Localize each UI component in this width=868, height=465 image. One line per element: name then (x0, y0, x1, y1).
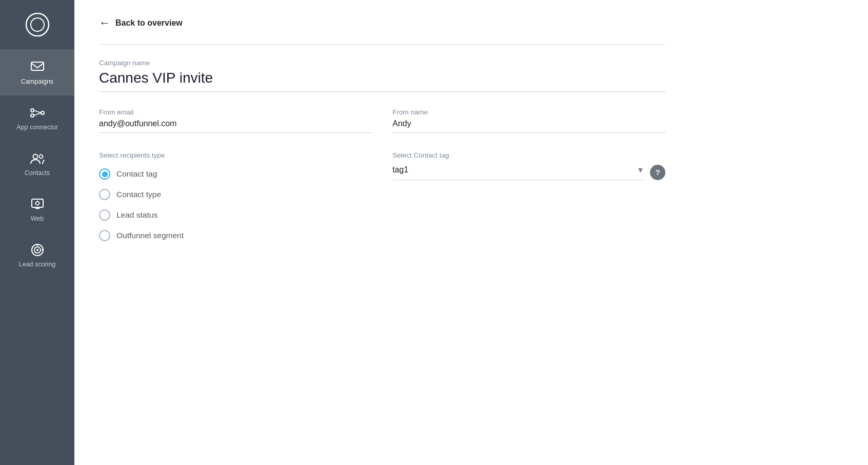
campaigns-icon (30, 60, 45, 74)
section-divider (99, 44, 665, 45)
web-icon (30, 197, 45, 211)
sidebar-item-web[interactable]: Web (0, 187, 74, 232)
sidebar-item-app-connector-label: App connector (16, 124, 58, 131)
sidebar-item-campaigns[interactable]: Campaigns (0, 50, 74, 95)
sidebar-item-lead-scoring[interactable]: Lead scoring (0, 232, 74, 278)
sidebar-item-lead-scoring-label: Lead scoring (19, 261, 56, 268)
campaign-name-label: Campaign name (99, 59, 665, 67)
sidebar: Campaigns App connector Contacts (0, 0, 74, 465)
radio-contact-tag[interactable]: Contact tag (99, 168, 372, 180)
recipients-type-group: Select recipients type Contact tag Conta… (99, 151, 372, 241)
sidebar-item-contacts-label: Contacts (25, 169, 50, 177)
back-button-label: Back to overview (115, 18, 183, 28)
app-connector-icon (30, 106, 45, 120)
radio-lead-status-circle (99, 209, 110, 221)
svg-point-1 (31, 18, 44, 31)
contact-tag-row: tag1 ▾ ? (392, 164, 665, 180)
radio-contact-type-circle (99, 189, 110, 200)
help-icon: ? (655, 168, 660, 177)
contact-tag-section: Select Contact tag tag1 ▾ ? (392, 151, 665, 180)
from-email-label: From email (99, 108, 372, 116)
help-button[interactable]: ? (650, 165, 665, 180)
recipients-section: Select recipients type Contact tag Conta… (99, 151, 665, 241)
svg-rect-10 (32, 199, 43, 207)
radio-contact-type-label: Contact type (116, 190, 161, 199)
contact-tag-label: Select Contact tag (392, 151, 665, 159)
svg-point-8 (33, 154, 37, 159)
radio-lead-status-label: Lead status (116, 210, 157, 220)
svg-point-5 (41, 111, 44, 114)
svg-point-9 (39, 155, 43, 159)
svg-rect-2 (31, 62, 44, 70)
radio-lead-status[interactable]: Lead status (99, 209, 372, 221)
svg-point-3 (31, 109, 34, 112)
from-email-field: From email andy@outfunnel.com (99, 108, 372, 133)
radio-outfunnel-segment[interactable]: Outfunnel segment (99, 230, 372, 241)
sidebar-item-campaigns-label: Campaigns (21, 78, 53, 86)
sidebar-item-web-label: Web (31, 215, 44, 223)
from-name-value: Andy (392, 119, 665, 133)
svg-line-6 (34, 110, 41, 113)
campaign-name-value: Cannes VIP invite (99, 70, 665, 92)
radio-outfunnel-segment-label: Outfunnel segment (116, 231, 184, 240)
radio-group: Contact tag Contact type Lead status Out… (99, 168, 372, 241)
campaign-name-section: Campaign name Cannes VIP invite (99, 59, 665, 92)
contact-tag-dropdown[interactable]: tag1 ▾ (392, 164, 643, 180)
from-name-field: From name Andy (392, 108, 665, 133)
chevron-down-icon: ▾ (638, 164, 643, 176)
svg-point-11 (35, 202, 39, 205)
lead-scoring-icon (30, 243, 45, 257)
svg-point-0 (26, 13, 49, 36)
from-name-label: From name (392, 108, 665, 116)
from-fields-row: From email andy@outfunnel.com From name … (99, 108, 665, 133)
sidebar-logo (0, 0, 74, 50)
radio-contact-tag-label: Contact tag (116, 169, 157, 179)
main-content: ← Back to overview Campaign name Cannes … (74, 0, 868, 465)
back-to-overview-button[interactable]: ← Back to overview (99, 16, 183, 30)
sidebar-item-contacts[interactable]: Contacts (0, 141, 74, 187)
contacts-icon (30, 151, 45, 166)
svg-point-16 (36, 249, 38, 251)
sidebar-item-app-connector[interactable]: App connector (0, 95, 74, 141)
svg-point-4 (31, 114, 34, 117)
radio-contact-tag-circle (99, 168, 110, 180)
recipients-type-label: Select recipients type (99, 151, 372, 159)
svg-line-7 (34, 113, 41, 115)
radio-contact-type[interactable]: Contact type (99, 189, 372, 200)
from-email-value: andy@outfunnel.com (99, 119, 372, 133)
contact-tag-value: tag1 (392, 165, 408, 175)
back-arrow-icon: ← (99, 16, 110, 30)
radio-outfunnel-segment-circle (99, 230, 110, 241)
radio-contact-tag-inner (102, 171, 108, 177)
